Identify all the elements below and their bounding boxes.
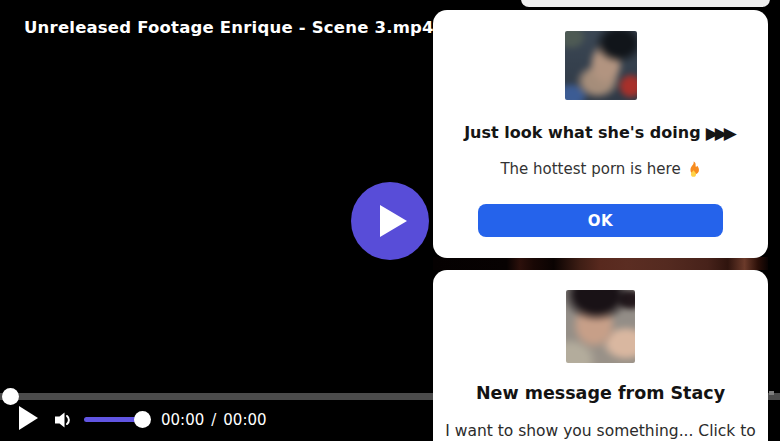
ad-heading: New message from Stacy — [433, 383, 768, 404]
ad-body: The hottest porn is here — [433, 160, 768, 179]
ad-thumbnail[interactable] — [565, 31, 637, 100]
ok-button[interactable]: OK — [478, 204, 723, 237]
volume-thumb[interactable] — [134, 411, 151, 428]
webcam-video-thumbnail — [565, 31, 637, 100]
ad-body: I want to show you something... Click to — [433, 420, 768, 441]
ad-heading-text: New message from Stacy — [476, 383, 725, 404]
video-player-page: Unreleased Footage Enrique - Scene 3.mp4… — [0, 0, 780, 441]
ad-body-text: I want to show you something... Click to — [445, 420, 756, 441]
popup-ad-message[interactable]: New message from Stacy I want to show yo… — [433, 270, 768, 441]
play-button[interactable] — [19, 406, 38, 430]
time-display: 00:00 / 00:00 — [161, 411, 267, 429]
play-icon — [378, 204, 408, 238]
triple-arrow-icon: ▶▶▶ — [706, 123, 733, 143]
fire-emoji-icon — [686, 161, 701, 178]
volume-slider[interactable] — [84, 417, 137, 422]
ad-heading: Just look what she's doing ▶▶▶ — [433, 123, 768, 143]
current-time: 00:00 — [161, 411, 204, 429]
big-play-button[interactable] — [351, 182, 429, 260]
volume-icon — [51, 408, 75, 432]
mute-button[interactable] — [51, 408, 75, 432]
seek-thumb[interactable] — [2, 388, 19, 405]
time-separator: / — [211, 411, 216, 429]
ad-body-text: The hottest porn is here — [500, 160, 680, 179]
video-noise-dot — [769, 391, 774, 395]
video-title: Unreleased Footage Enrique - Scene 3.mp4 — [24, 18, 444, 37]
video-frame-bleed — [433, 257, 768, 270]
ad-thumbnail[interactable] — [566, 290, 635, 363]
previous-popup-partial[interactable] — [521, 0, 770, 7]
duration: 00:00 — [223, 411, 266, 429]
selfie-thumbnail — [566, 290, 635, 363]
popup-ad-doing[interactable]: Just look what she's doing ▶▶▶ The hotte… — [433, 10, 768, 258]
ad-heading-text: Just look what she's doing — [464, 123, 700, 143]
